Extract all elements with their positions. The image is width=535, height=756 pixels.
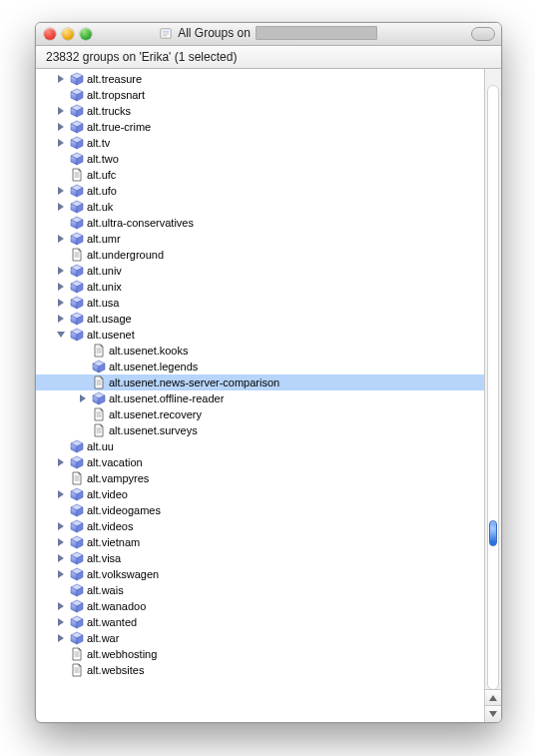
group-row[interactable]: alt.ufc xyxy=(36,167,484,183)
disclosure-toggle[interactable] xyxy=(54,458,68,466)
group-row[interactable]: alt.unix xyxy=(36,279,484,295)
group-row[interactable]: alt.ultra-conservatives xyxy=(36,215,484,231)
group-row[interactable]: alt.tropsnart xyxy=(36,87,484,103)
group-count-header: 23832 groups on 'Erika' (1 selected) xyxy=(36,46,501,69)
chevron-right-icon xyxy=(58,570,64,578)
group-row[interactable]: alt.video xyxy=(36,486,484,502)
disclosure-toggle[interactable] xyxy=(54,139,68,147)
group-row[interactable]: alt.vampyres xyxy=(36,470,484,486)
group-row[interactable]: alt.umr xyxy=(36,231,484,247)
disclosure-toggle[interactable] xyxy=(54,299,68,307)
group-list[interactable]: alt.treasurealt.tropsnartalt.trucksalt.t… xyxy=(36,69,484,722)
group-row[interactable]: alt.usenet.recovery xyxy=(36,406,484,422)
group-label: alt.umr xyxy=(86,233,121,245)
titlebar[interactable]: All Groups on xyxy=(36,23,501,46)
group-label: alt.war xyxy=(86,632,119,644)
group-row[interactable]: alt.wanted xyxy=(36,614,484,630)
minimize-icon[interactable] xyxy=(62,28,74,40)
group-row[interactable]: alt.uu xyxy=(36,438,484,454)
group-row[interactable]: alt.uk xyxy=(36,199,484,215)
group-row[interactable]: alt.volkswagen xyxy=(36,566,484,582)
disclosure-toggle[interactable] xyxy=(54,332,68,338)
group-row[interactable]: alt.videos xyxy=(36,518,484,534)
scrollbar-track[interactable] xyxy=(487,85,499,690)
scroll-down-button[interactable] xyxy=(485,705,501,722)
disclosure-toggle[interactable] xyxy=(54,235,68,243)
server-name: Erika xyxy=(142,50,169,64)
chevron-right-icon xyxy=(58,490,64,498)
scrollbar[interactable] xyxy=(484,69,501,722)
disclosure-toggle[interactable] xyxy=(54,490,68,498)
disclosure-toggle[interactable] xyxy=(54,570,68,578)
group-row[interactable]: alt.vietnam xyxy=(36,534,484,550)
group-label: alt.vampyres xyxy=(86,472,149,484)
disclosure-toggle[interactable] xyxy=(54,618,68,626)
group-row[interactable]: alt.usage xyxy=(36,311,484,327)
disclosure-toggle[interactable] xyxy=(54,634,68,642)
disclosure-toggle[interactable] xyxy=(54,522,68,530)
group-row[interactable]: alt.tv xyxy=(36,135,484,151)
disclosure-toggle[interactable] xyxy=(54,107,68,115)
disclosure-toggle[interactable] xyxy=(76,394,90,402)
zoom-icon[interactable] xyxy=(80,28,92,40)
group-label: alt.webhosting xyxy=(86,648,157,660)
group-row[interactable]: alt.visa xyxy=(36,550,484,566)
scroll-up-button[interactable] xyxy=(485,689,501,706)
chevron-up-icon xyxy=(489,695,497,701)
group-row[interactable]: alt.usenet xyxy=(36,327,484,343)
disclosure-toggle[interactable] xyxy=(54,554,68,562)
group-label: alt.usenet.legends xyxy=(108,361,198,373)
group-row[interactable]: alt.vacation xyxy=(36,454,484,470)
window: All Groups on 23832 groups on 'Erika' (1… xyxy=(35,22,502,723)
group-row[interactable]: alt.wanadoo xyxy=(36,598,484,614)
disclosure-toggle[interactable] xyxy=(54,315,68,323)
disclosure-toggle[interactable] xyxy=(54,187,68,195)
disclosure-toggle[interactable] xyxy=(54,538,68,546)
group-row[interactable]: alt.trucks xyxy=(36,103,484,119)
chevron-right-icon xyxy=(58,75,64,83)
chevron-right-icon xyxy=(58,634,64,642)
disclosure-toggle[interactable] xyxy=(54,75,68,83)
disclosure-toggle[interactable] xyxy=(54,267,68,275)
disclosure-toggle[interactable] xyxy=(54,602,68,610)
group-row[interactable]: alt.usenet.legends xyxy=(36,359,484,375)
newsgroup-folder-icon xyxy=(68,232,86,246)
document-icon xyxy=(68,647,86,661)
group-row[interactable]: alt.wais xyxy=(36,582,484,598)
window-title-redacted xyxy=(256,26,377,40)
disclosure-toggle[interactable] xyxy=(54,283,68,291)
newsgroup-folder-icon xyxy=(68,136,86,150)
group-row[interactable]: alt.usenet.offline-reader xyxy=(36,390,484,406)
chevron-right-icon xyxy=(58,203,64,211)
group-row[interactable]: alt.websites xyxy=(36,662,484,678)
group-row[interactable]: alt.webhosting xyxy=(36,646,484,662)
newsgroup-folder-icon xyxy=(68,615,86,629)
group-row[interactable]: alt.underground xyxy=(36,247,484,263)
group-label: alt.uu xyxy=(86,440,114,452)
group-row[interactable]: alt.ufo xyxy=(36,183,484,199)
scrollbar-thumb[interactable] xyxy=(489,520,497,546)
disclosure-toggle[interactable] xyxy=(54,203,68,211)
group-row[interactable]: alt.videogames xyxy=(36,502,484,518)
newsgroup-folder-icon xyxy=(68,280,86,294)
close-icon[interactable] xyxy=(44,28,56,40)
disclosure-toggle[interactable] xyxy=(54,123,68,131)
group-row[interactable]: alt.usenet.surveys xyxy=(36,422,484,438)
group-row[interactable]: alt.univ xyxy=(36,263,484,279)
group-label: alt.visa xyxy=(86,552,121,564)
group-row[interactable]: alt.true-crime xyxy=(36,119,484,135)
newsgroup-folder-icon xyxy=(68,487,86,501)
group-label: alt.websites xyxy=(86,664,144,676)
toolbar-toggle[interactable] xyxy=(471,27,495,41)
group-row[interactable]: alt.war xyxy=(36,630,484,646)
group-label: alt.ufc xyxy=(86,169,116,181)
group-row[interactable]: alt.treasure xyxy=(36,71,484,87)
chevron-right-icon xyxy=(58,107,64,115)
group-row[interactable]: alt.usenet.news-server-comparison xyxy=(36,375,484,390)
group-row[interactable]: alt.usa xyxy=(36,295,484,311)
group-row[interactable]: alt.usenet.kooks xyxy=(36,343,484,359)
group-label: alt.usenet.recovery xyxy=(108,408,202,420)
group-row[interactable]: alt.two xyxy=(36,151,484,167)
group-label: alt.wais xyxy=(86,584,124,596)
newsgroup-folder-icon xyxy=(68,535,86,549)
